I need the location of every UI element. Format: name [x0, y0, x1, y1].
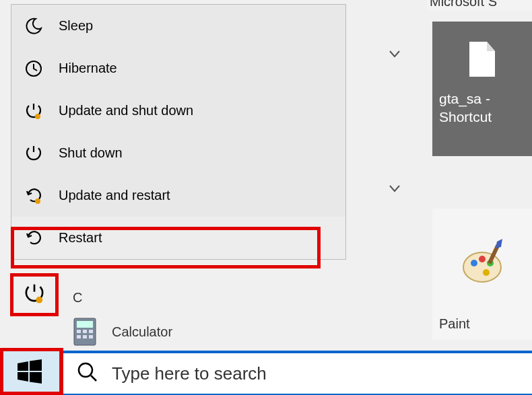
power-menu-sleep[interactable]: Sleep: [11, 5, 345, 47]
svg-rect-14: [77, 335, 81, 338]
start-app-calculator[interactable]: Calculator: [73, 318, 172, 345]
file-icon: [468, 42, 496, 79]
svg-rect-12: [83, 330, 87, 333]
svg-rect-16: [89, 335, 93, 338]
tile-label: Paint: [439, 316, 470, 332]
calculator-icon: [73, 318, 97, 345]
svg-point-7: [35, 114, 40, 119]
start-section-header[interactable]: C: [73, 290, 82, 306]
menu-item-label: Sleep: [59, 18, 93, 34]
chevron-down-icon[interactable]: [387, 46, 403, 62]
tile-header-cropped: Microsoft S: [427, 0, 532, 11]
search-placeholder: Type here to search: [112, 363, 267, 384]
menu-item-label: Shut down: [59, 145, 123, 161]
svg-point-1: [471, 260, 477, 266]
paint-icon: [458, 239, 506, 290]
svg-rect-11: [77, 330, 81, 333]
restart-update-icon: [24, 186, 44, 206]
power-menu: Sleep Hibernate Update and shut down Shu…: [11, 4, 346, 260]
svg-point-8: [35, 199, 40, 204]
power-icon: [24, 143, 44, 164]
svg-rect-15: [83, 335, 87, 338]
chevron-down-icon[interactable]: [387, 180, 403, 196]
power-menu-update-restart[interactable]: Update and restart: [11, 174, 345, 217]
menu-item-label: Hibernate: [59, 61, 117, 76]
moon-icon: [24, 16, 44, 36]
app-label: Calculator: [112, 324, 172, 340]
menu-item-label: Update and restart: [59, 188, 170, 203]
power-update-icon: [24, 101, 44, 121]
section-label: C: [73, 290, 82, 306]
clock-icon: [24, 59, 44, 79]
svg-rect-10: [77, 321, 93, 328]
svg-point-18: [79, 363, 92, 377]
tile-label: gta_sa -Shortcut: [432, 89, 492, 127]
highlight-box-start: [0, 348, 63, 395]
tile-paint[interactable]: Paint: [432, 209, 532, 340]
tile-gta-shortcut[interactable]: gta_sa -Shortcut: [432, 22, 532, 156]
power-menu-update-shutdown[interactable]: Update and shut down: [11, 89, 345, 132]
taskbar: Type here to search: [0, 351, 532, 395]
svg-rect-13: [89, 330, 93, 333]
search-icon: [77, 361, 98, 386]
power-menu-shutdown[interactable]: Shut down: [11, 132, 345, 174]
highlight-box-power: [10, 273, 59, 316]
highlight-box-restart: [11, 227, 321, 268]
svg-point-4: [483, 269, 490, 276]
power-menu-hibernate[interactable]: Hibernate: [11, 47, 345, 89]
svg-point-2: [479, 256, 486, 262]
search-bar[interactable]: Type here to search: [59, 351, 532, 395]
menu-item-label: Update and shut down: [59, 103, 193, 118]
